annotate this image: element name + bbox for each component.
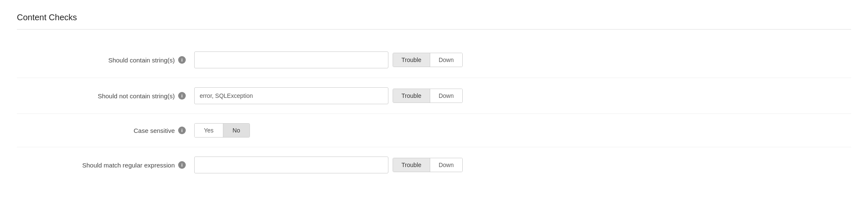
field-area-should-contain: Trouble Down — [194, 51, 851, 68]
info-icon-should-contain[interactable]: i — [178, 56, 186, 64]
label-should-match-regex: Should match regular expression — [82, 162, 175, 169]
field-area-case-sensitive: Yes No — [194, 123, 851, 138]
form-rows: Should contain string(s) i Trouble Down … — [17, 42, 851, 183]
yes-no-group: Yes No — [194, 123, 250, 138]
down-button-1[interactable]: Down — [430, 53, 462, 67]
info-icon-case-sensitive[interactable]: i — [178, 127, 186, 134]
label-should-contain: Should contain string(s) — [108, 57, 175, 64]
input-should-match-regex[interactable] — [194, 157, 388, 173]
row-should-not-contain: Should not contain string(s) i Trouble D… — [17, 78, 851, 114]
input-should-contain[interactable] — [194, 51, 388, 68]
label-area-should-contain: Should contain string(s) i — [17, 56, 194, 64]
page-container: Content Checks Should contain string(s) … — [0, 0, 868, 216]
trouble-down-group-3: Trouble Down — [393, 158, 463, 172]
row-case-sensitive: Case sensitive i Yes No — [17, 114, 851, 147]
trouble-down-group-1: Trouble Down — [393, 53, 463, 67]
no-button[interactable]: No — [223, 124, 250, 137]
label-area-should-not-contain: Should not contain string(s) i — [17, 92, 194, 100]
section-title: Content Checks — [17, 13, 851, 22]
info-icon-should-match-regex[interactable]: i — [178, 161, 186, 169]
label-area-should-match-regex: Should match regular expression i — [17, 161, 194, 169]
info-icon-should-not-contain[interactable]: i — [178, 92, 186, 100]
trouble-button-1[interactable]: Trouble — [393, 53, 430, 67]
down-button-2[interactable]: Down — [430, 89, 462, 103]
yes-button[interactable]: Yes — [195, 124, 223, 137]
row-should-contain: Should contain string(s) i Trouble Down — [17, 42, 851, 78]
trouble-button-3[interactable]: Trouble — [393, 158, 430, 172]
label-area-case-sensitive: Case sensitive i — [17, 127, 194, 134]
section-divider — [17, 29, 851, 30]
label-case-sensitive: Case sensitive — [133, 127, 175, 134]
trouble-button-2[interactable]: Trouble — [393, 89, 430, 103]
field-area-should-not-contain: Trouble Down — [194, 87, 851, 104]
down-button-3[interactable]: Down — [430, 158, 462, 172]
row-should-match-regex: Should match regular expression i Troubl… — [17, 147, 851, 183]
input-should-not-contain[interactable] — [194, 87, 388, 104]
field-area-should-match-regex: Trouble Down — [194, 157, 851, 173]
trouble-down-group-2: Trouble Down — [393, 89, 463, 103]
label-should-not-contain: Should not contain string(s) — [98, 92, 175, 100]
